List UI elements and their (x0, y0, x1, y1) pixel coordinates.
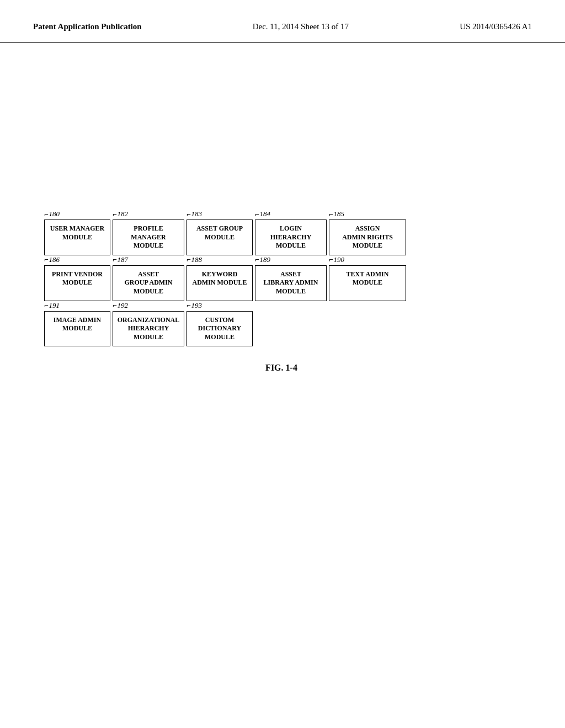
hook-icon-1-4: ⌐ (329, 256, 333, 263)
labels-row-2: ⌐191⌐192⌐193 (44, 301, 519, 310)
ref-number-1-2: 188 (191, 255, 202, 264)
module-box-1-3: ASSETLIBRARY ADMINMODULE (255, 265, 327, 301)
module-box-1-2: KEYWORDADMIN MODULE (186, 265, 253, 301)
label-cell-1-1: ⌐187 (113, 255, 184, 264)
ref-number-0-1: 182 (118, 210, 129, 218)
module-box-1-4: TEXT ADMINMODULE (329, 265, 406, 301)
labels-row-0: ⌐180⌐182⌐183⌐184⌐185 (44, 210, 519, 218)
ref-number-1-1: 187 (118, 255, 129, 264)
label-cell-1-4: ⌐190 (329, 255, 406, 264)
hook-icon-0-0: ⌐ (44, 211, 49, 218)
ref-number-2-1: 192 (118, 301, 129, 310)
hook-icon-0-1: ⌐ (113, 211, 117, 218)
boxes-row-1: PRINT VENDORMODULEASSETGROUP ADMINMODULE… (44, 265, 519, 301)
label-cell-0-0: ⌐180 (44, 210, 110, 218)
ref-number-1-0: 186 (49, 255, 60, 264)
hook-icon-2-0: ⌐ (44, 302, 49, 309)
row-group-1: ⌐186⌐187⌐188⌐189⌐190PRINT VENDORMODULEAS… (44, 255, 519, 301)
label-cell-1-0: ⌐186 (44, 255, 110, 264)
module-box-0-2: ASSET GROUPMODULE (186, 220, 253, 255)
module-box-1-1: ASSETGROUP ADMINMODULE (113, 265, 184, 301)
ref-number-2-0: 191 (49, 301, 60, 310)
module-box-2-0: IMAGE ADMINMODULE (44, 311, 110, 347)
row-group-0: ⌐180⌐182⌐183⌐184⌐185USER MANAGERMODULEPR… (44, 210, 519, 255)
hook-icon-1-1: ⌐ (113, 256, 117, 263)
hook-icon-2-2: ⌐ (186, 302, 191, 309)
module-box-0-4: ASSIGNADMIN RIGHTSMODULE (329, 220, 406, 255)
boxes-row-2: IMAGE ADMINMODULEORGANIZATIONALHIERARCHY… (44, 311, 519, 347)
ref-number-2-2: 193 (191, 301, 202, 310)
hook-icon-1-3: ⌐ (255, 256, 259, 263)
ref-number-1-3: 189 (260, 255, 271, 264)
label-cell-0-2: ⌐183 (186, 210, 253, 218)
module-box-0-1: PROFILEMANAGERMODULE (113, 220, 184, 255)
row-group-2: ⌐191⌐192⌐193IMAGE ADMINMODULEORGANIZATIO… (44, 301, 519, 347)
header-patent-number: US 2014/0365426 A1 (460, 22, 532, 31)
hook-icon-0-3: ⌐ (255, 211, 259, 218)
hook-icon-2-1: ⌐ (113, 302, 117, 309)
module-box-1-0: PRINT VENDORMODULE (44, 265, 110, 301)
boxes-row-0: USER MANAGERMODULEPROFILEMANAGERMODULEAS… (44, 220, 519, 255)
label-cell-1-2: ⌐188 (186, 255, 253, 264)
figure-caption: FIG. 1-4 (44, 363, 519, 373)
label-cell-0-3: ⌐184 (255, 210, 327, 218)
ref-number-0-3: 184 (260, 210, 271, 218)
hook-icon-1-2: ⌐ (186, 256, 191, 263)
ref-number-1-4: 190 (334, 255, 345, 264)
label-cell-2-1: ⌐192 (113, 301, 184, 310)
label-cell-0-4: ⌐185 (329, 210, 406, 218)
ref-number-0-2: 183 (191, 210, 202, 218)
rows-wrapper: ⌐180⌐182⌐183⌐184⌐185USER MANAGERMODULEPR… (44, 210, 519, 346)
hook-icon-1-0: ⌐ (44, 256, 49, 263)
label-cell-2-0: ⌐191 (44, 301, 110, 310)
module-box-0-0: USER MANAGERMODULE (44, 220, 110, 255)
header-publication-label: Patent Application Publication (33, 22, 142, 31)
header-date-sheet: Dec. 11, 2014 Sheet 13 of 17 (253, 22, 349, 31)
ref-number-0-4: 185 (334, 210, 345, 218)
hook-icon-0-2: ⌐ (186, 211, 191, 218)
module-box-2-2: CUSTOMDICTIONARYMODULE (186, 311, 253, 347)
diagram-area: ⌐180⌐182⌐183⌐184⌐185USER MANAGERMODULEPR… (44, 210, 519, 373)
label-cell-2-2: ⌐193 (186, 301, 253, 310)
module-box-2-1: ORGANIZATIONALHIERARCHYMODULE (113, 311, 184, 347)
labels-row-1: ⌐186⌐187⌐188⌐189⌐190 (44, 255, 519, 264)
label-cell-1-3: ⌐189 (255, 255, 327, 264)
ref-number-0-0: 180 (49, 210, 60, 218)
module-box-0-3: LOGINHIERARCHYMODULE (255, 220, 327, 255)
hook-icon-0-4: ⌐ (329, 211, 333, 218)
label-cell-0-1: ⌐182 (113, 210, 184, 218)
page-header: Patent Application Publication Dec. 11, … (0, 0, 565, 43)
